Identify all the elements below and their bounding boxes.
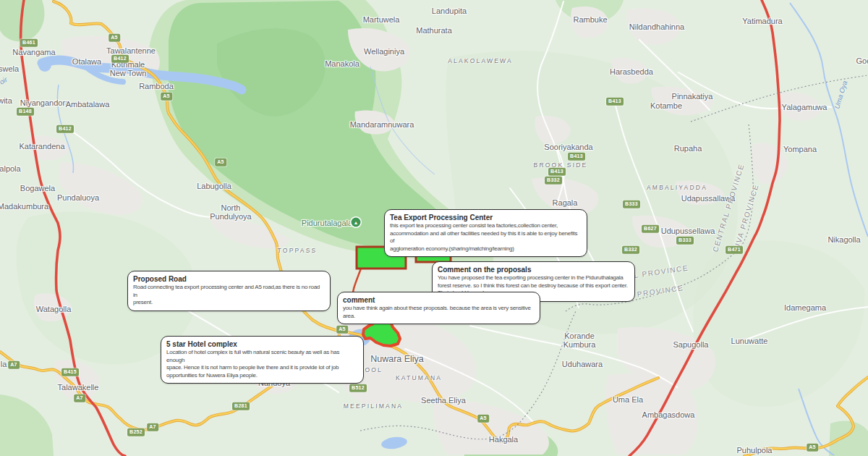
map-canvas[interactable]: NavangamaOtalawaTawalantenneKothmale New… [0, 0, 868, 456]
callout-body: you have think again about these proposa… [343, 305, 535, 320]
callout-hotel-complex[interactable]: 5 star Hotel complex Location of hotel c… [161, 336, 364, 384]
callout-title: 5 star Hotel complex [166, 339, 358, 349]
callout-body: Location of hotel complex is full with n… [166, 349, 358, 379]
callout-title: comment [343, 295, 535, 305]
callout-body: this export tea processing center consis… [390, 222, 582, 253]
callout-tea-export[interactable]: Tea Export Processing Center this export… [384, 209, 587, 257]
callout-proposed-road[interactable]: Proposed Road Road connecting tea export… [127, 271, 331, 311]
callout-title: Tea Export Processing Center [390, 213, 582, 222]
callout-body: Road connecting tea export processing ce… [133, 284, 325, 307]
peak-marker-icon: ▲ [352, 218, 361, 227]
callout-comment[interactable]: comment you have think again about these… [337, 292, 540, 324]
callout-title: Proposed Road [133, 274, 325, 284]
callout-title: Comment on the proposals [438, 265, 629, 274]
